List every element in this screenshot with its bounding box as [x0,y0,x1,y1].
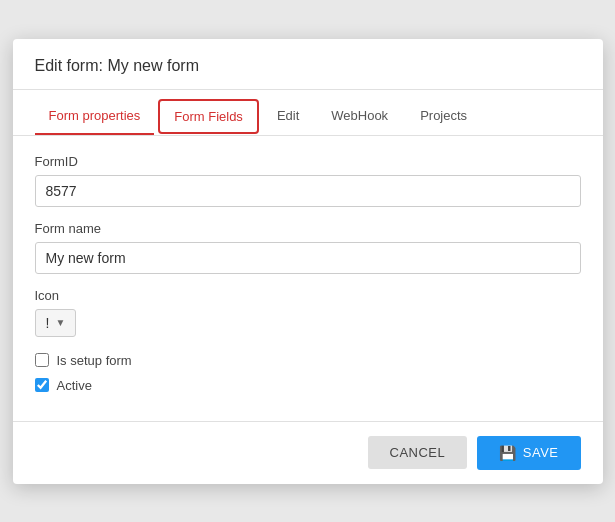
icon-symbol: ! [46,315,50,331]
dialog-footer: CANCEL 💾 SAVE [13,421,603,484]
icon-section: Icon ! ▼ [35,288,581,337]
is-setup-form-label[interactable]: Is setup form [57,353,132,368]
tab-edit[interactable]: Edit [263,98,313,135]
form-name-label: Form name [35,221,581,236]
tab-bar: Form properties Form Fields Edit WebHook… [13,98,603,136]
chevron-down-icon: ▼ [55,317,65,328]
form-id-label: FormID [35,154,581,169]
tab-form-fields[interactable]: Form Fields [158,99,259,134]
tab-webhook[interactable]: WebHook [317,98,402,135]
save-button[interactable]: 💾 SAVE [477,436,580,470]
active-checkbox[interactable] [35,378,49,392]
dialog-title: Edit form: My new form [35,57,199,74]
is-setup-form-checkbox[interactable] [35,353,49,367]
tab-form-properties[interactable]: Form properties [35,98,155,135]
dialog-header: Edit form: My new form [13,39,603,90]
active-label[interactable]: Active [57,378,92,393]
tab-projects[interactable]: Projects [406,98,481,135]
form-id-input[interactable] [35,175,581,207]
icon-label: Icon [35,288,581,303]
save-label: SAVE [523,445,559,460]
dialog-body: FormID Form name Icon ! ▼ Is setup form … [13,136,603,421]
icon-button[interactable]: ! ▼ [35,309,77,337]
is-setup-form-row: Is setup form [35,353,581,368]
form-name-input[interactable] [35,242,581,274]
active-row: Active [35,378,581,393]
save-icon: 💾 [499,445,517,461]
cancel-button[interactable]: CANCEL [368,436,468,469]
edit-form-dialog: Edit form: My new form Form properties F… [13,39,603,484]
